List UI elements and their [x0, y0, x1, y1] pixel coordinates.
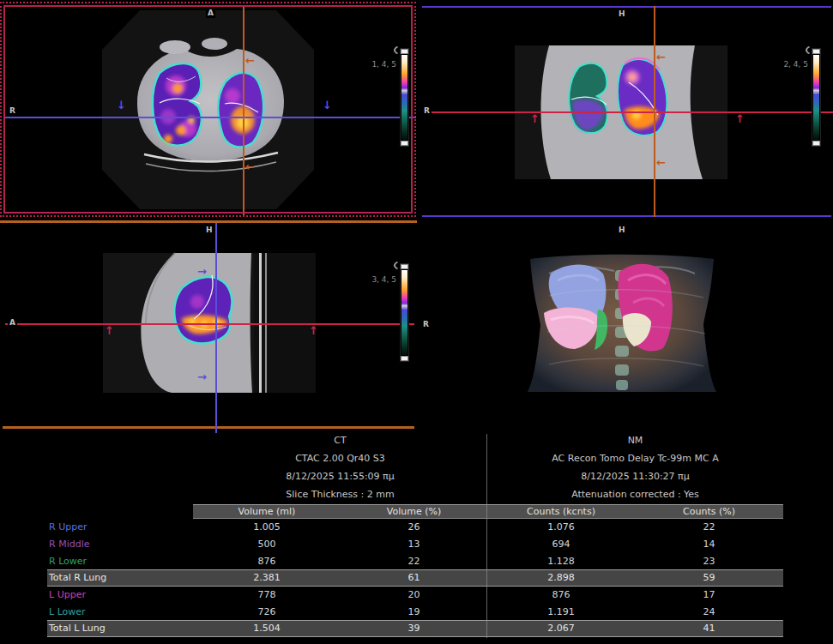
crosshair-arrow-right-icon[interactable]: → [197, 371, 207, 382]
ct-slice-thickness: Slice Thickness : 2 mm [193, 485, 487, 503]
viewport-axial[interactable]: ↓ ↓ ← ← A R 1, 4, 5 [0, 0, 418, 220]
cell-counts-kcnts: 694 [487, 539, 635, 550]
cell-volume-pct: 20 [341, 589, 487, 600]
axial-crosshair-horizontal[interactable] [5, 117, 416, 118]
cell-counts-pct: 23 [635, 556, 783, 567]
cell-volume-pct: 22 [341, 556, 487, 567]
cell-counts-pct: 22 [635, 521, 783, 533]
coronal-colorbar[interactable] [812, 48, 821, 147]
cell-counts-kcnts: 2.067 [487, 623, 635, 634]
ct-series-header: CT CTAC 2.00 Qr40 S3 8/12/2025 11:55:09 … [193, 431, 487, 503]
cell-counts-pct: 17 [635, 589, 783, 600]
nm-series-description: AC Recon Tomo Delay Tc-99m MC A [487, 449, 783, 467]
sagittal-colorbar[interactable] [400, 263, 409, 362]
coronal-fused-image [420, 0, 833, 220]
cell-volume-ml: 2.381 [193, 572, 341, 583]
colorbar-gradient [401, 270, 407, 355]
cell-counts-kcnts: 1.076 [487, 521, 635, 533]
coronal-frame-bottom [422, 215, 831, 217]
row-label: R Lower [47, 556, 193, 567]
nm-modality-label: NM [487, 431, 783, 449]
table-row: R Lower 876 22 1.128 23 [47, 552, 783, 569]
coronal-crosshair-horizontal[interactable] [422, 111, 833, 113]
orientation-label-anterior: A [206, 9, 215, 18]
crosshair-arrow-down-icon[interactable]: ↓ [323, 99, 332, 111]
row-label: L Upper [47, 589, 193, 600]
viewport-coronal[interactable]: ↑ ↑ ← ← H R 2, 4, 5 [420, 0, 833, 220]
sagittal-frame-bottom [3, 426, 414, 429]
crosshair-arrow-right-icon[interactable]: → [197, 266, 207, 277]
ct-acquisition-datetime: 8/12/2025 11:55:09 πμ [193, 467, 487, 485]
column-header-counts-pct: Counts (%) [635, 506, 783, 517]
coronal-colorbar-label: 2, 4, 5 [765, 60, 808, 69]
cell-volume-ml: 500 [193, 539, 341, 550]
cell-volume-pct: 26 [341, 521, 487, 533]
crosshair-arrow-left-icon[interactable]: ← [245, 161, 255, 172]
nm-acquisition-datetime: 8/12/2025 11:30:27 πμ [487, 467, 783, 485]
viewport-3d-volume[interactable]: H R [420, 220, 833, 433]
orientation-label-right: R [422, 106, 432, 116]
coronal-frame-top [422, 6, 831, 8]
axial-colorbar-label: 1, 4, 5 [353, 60, 396, 69]
crosshair-arrow-left-icon[interactable]: ← [656, 157, 666, 168]
axial-crosshair-vertical[interactable] [243, 7, 244, 216]
nm-attenuation-corrected: Attenuation corrected : Yes [487, 485, 783, 503]
coronal-crosshair-vertical[interactable] [654, 6, 655, 217]
crosshair-arrow-left-icon[interactable]: ← [245, 55, 255, 66]
table-row: R Middle 500 13 694 14 [47, 536, 783, 553]
crosshair-arrow-up-icon[interactable]: ↑ [309, 325, 318, 336]
colorbar-gradient [401, 55, 407, 140]
cell-volume-ml: 726 [193, 606, 341, 617]
cell-volume-ml: 1.005 [193, 521, 341, 533]
cell-counts-pct: 14 [635, 539, 783, 550]
sagittal-crosshair-vertical[interactable] [215, 223, 217, 433]
table-row: R Upper 1.005 26 1.076 22 [47, 519, 783, 536]
colorbar-lower-handle[interactable] [401, 356, 408, 361]
column-header-volume-ml: Volume (ml) [193, 506, 341, 517]
crosshair-arrow-down-icon[interactable]: ↓ [117, 99, 126, 111]
row-label: L Lower [47, 606, 193, 617]
orientation-label-head: H [617, 9, 627, 19]
colorbar-lower-handle[interactable] [401, 141, 408, 146]
sagittal-crosshair-horizontal[interactable] [5, 323, 414, 325]
axial-colorbar[interactable] [400, 48, 409, 147]
sagittal-frame-top [0, 220, 417, 223]
colorbar-gradient [813, 55, 819, 140]
cell-volume-pct: 39 [341, 623, 487, 634]
cell-counts-kcnts: 2.898 [487, 572, 635, 583]
cell-volume-pct: 19 [341, 606, 487, 617]
volume-rendered-image [420, 220, 833, 433]
row-label: R Middle [47, 539, 193, 550]
row-label: R Upper [47, 521, 193, 533]
colorbar-upper-handle[interactable] [401, 264, 408, 269]
axial-fused-image [0, 0, 418, 220]
table-row-total-right-lung: Total R Lung 2.381 61 2.898 59 [47, 569, 783, 587]
column-header-volume-pct: Volume (%) [341, 506, 487, 517]
crosshair-arrow-up-icon[interactable]: ↑ [105, 325, 114, 336]
orientation-label-head: H [204, 226, 214, 235]
sagittal-colorbar-label: 3, 4, 5 [353, 275, 396, 284]
orientation-label-head: H [617, 226, 627, 235]
cell-volume-ml: 778 [193, 589, 341, 600]
orientation-label-anterior: A [8, 318, 17, 328]
colorbar-lower-handle[interactable] [812, 141, 820, 146]
lobe-results-rows: R Upper 1.005 26 1.076 22 R Middle 500 1… [47, 519, 783, 637]
viewport-sagittal[interactable]: ↑ ↑ → → H A 3, 4, 5 [0, 220, 418, 433]
colorbar-upper-handle[interactable] [812, 49, 820, 54]
cell-volume-pct: 13 [341, 539, 487, 550]
colorbar-upper-handle[interactable] [401, 49, 408, 54]
cell-counts-pct: 24 [635, 606, 783, 617]
crosshair-arrow-left-icon[interactable]: ← [656, 51, 666, 63]
table-row: L Upper 778 20 876 17 [47, 587, 783, 604]
table-row: L Lower 726 19 1.191 24 [47, 603, 783, 620]
cell-counts-pct: 41 [635, 623, 783, 634]
cell-counts-kcnts: 1.191 [487, 606, 635, 617]
crosshair-arrow-up-icon[interactable]: ↑ [735, 113, 745, 124]
row-label: Total L Lung [47, 623, 193, 634]
ct-modality-label: CT [193, 431, 487, 449]
crosshair-arrow-up-icon[interactable]: ↑ [530, 113, 540, 124]
lung-quantification-screen: ↓ ↓ ← ← A R 1, 4, 5 [0, 0, 833, 644]
cell-volume-pct: 61 [341, 572, 487, 583]
table-column-header-row: Volume (ml) Volume (%) Counts (kcnts) Co… [193, 504, 783, 519]
cell-volume-ml: 876 [193, 556, 341, 567]
